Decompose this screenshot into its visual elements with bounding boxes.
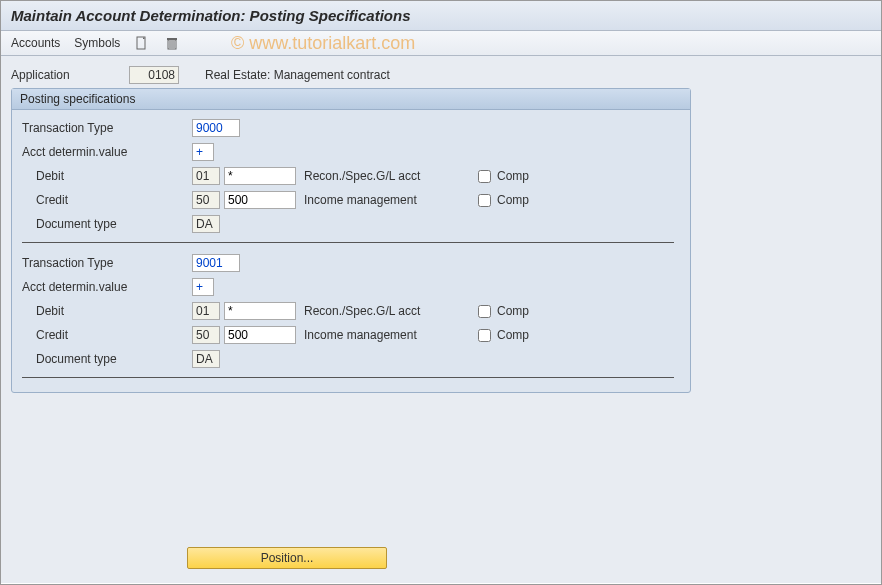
credit-comp-checkbox[interactable]: Comp <box>474 326 529 345</box>
credit-comp-checkbox[interactable]: Comp <box>474 191 529 210</box>
debit-gl-description: Recon./Spec.G/L acct <box>304 304 454 318</box>
application-label: Application <box>11 68 121 82</box>
debit-gl-description: Recon./Spec.G/L acct <box>304 169 454 183</box>
application-code <box>129 66 179 84</box>
position-button[interactable]: Position... <box>187 547 387 569</box>
document-type-label: Document type <box>22 352 192 366</box>
debit-comp-checkbox[interactable]: Comp <box>474 302 529 321</box>
credit-gl-description: Income management <box>304 193 454 207</box>
divider <box>22 377 674 378</box>
debit-sym-input[interactable] <box>224 167 296 185</box>
acct-determ-value-input[interactable] <box>192 143 214 161</box>
group-title: Posting specifications <box>12 89 690 110</box>
acct-determ-value-input[interactable] <box>192 278 214 296</box>
credit-pk-input[interactable] <box>192 191 220 209</box>
comp-label: Comp <box>497 304 529 318</box>
transaction-type-input[interactable] <box>192 254 240 272</box>
acct-determ-value-label: Acct determin.value <box>22 145 192 159</box>
comp-label: Comp <box>497 193 529 207</box>
menu-accounts[interactable]: Accounts <box>11 36 60 50</box>
document-type-input[interactable] <box>192 350 220 368</box>
debit-pk-input[interactable] <box>192 167 220 185</box>
divider <box>22 242 674 243</box>
acct-determ-value-label: Acct determin.value <box>22 280 192 294</box>
debit-comp-checkbox[interactable]: Comp <box>474 167 529 186</box>
menu-symbols[interactable]: Symbols <box>74 36 120 50</box>
debit-sym-input[interactable] <box>224 302 296 320</box>
debit-label: Debit <box>22 169 192 183</box>
debit-comp-checkbox-input[interactable] <box>478 170 491 183</box>
comp-label: Comp <box>497 328 529 342</box>
comp-label: Comp <box>497 169 529 183</box>
credit-label: Credit <box>22 328 192 342</box>
window-title: Maintain Account Determination: Posting … <box>1 1 881 31</box>
credit-pk-input[interactable] <box>192 326 220 344</box>
credit-comp-checkbox-input[interactable] <box>478 329 491 342</box>
window: Maintain Account Determination: Posting … <box>0 0 882 585</box>
transaction-type-label: Transaction Type <box>22 121 192 135</box>
group-body: Transaction Type Acct determin.value Deb… <box>12 110 690 392</box>
transaction-type-input[interactable] <box>192 119 240 137</box>
posting-spec-0: Transaction Type Acct determin.value Deb… <box>22 116 680 243</box>
credit-sym-input[interactable] <box>224 191 296 209</box>
debit-pk-input[interactable] <box>192 302 220 320</box>
credit-label: Credit <box>22 193 192 207</box>
transaction-type-label: Transaction Type <box>22 256 192 270</box>
posting-spec-1: Transaction Type Acct determin.value Deb… <box>22 251 680 378</box>
watermark: © www.tutorialkart.com <box>231 33 415 54</box>
application-description: Real Estate: Management contract <box>205 68 390 82</box>
credit-sym-input[interactable] <box>224 326 296 344</box>
posting-specifications-group: Posting specifications Transaction Type … <box>11 88 691 393</box>
svg-rect-2 <box>167 38 177 40</box>
credit-comp-checkbox-input[interactable] <box>478 194 491 207</box>
application-row: Application Real Estate: Management cont… <box>11 66 871 84</box>
trash-icon[interactable] <box>164 35 180 51</box>
create-document-icon[interactable] <box>134 35 150 51</box>
document-type-input[interactable] <box>192 215 220 233</box>
debit-comp-checkbox-input[interactable] <box>478 305 491 318</box>
document-type-label: Document type <box>22 217 192 231</box>
credit-gl-description: Income management <box>304 328 454 342</box>
debit-label: Debit <box>22 304 192 318</box>
content-area: Application Real Estate: Management cont… <box>1 56 881 583</box>
menubar: Accounts Symbols © www.tutorialkart.com <box>1 31 881 56</box>
